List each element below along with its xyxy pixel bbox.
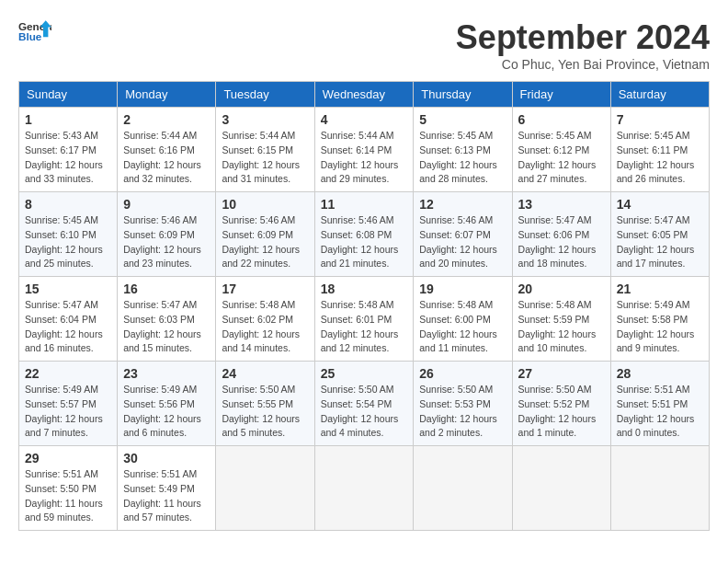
day-number: 23 <box>123 366 210 381</box>
calendar-cell: 13Sunrise: 5:47 AMSunset: 6:06 PMDayligh… <box>512 192 610 277</box>
weekday-header-row: SundayMondayTuesdayWednesdayThursdayFrid… <box>19 82 710 108</box>
calendar-cell <box>610 446 709 531</box>
page-header: General Blue September 2024 Co Phuc, Yen… <box>18 18 710 72</box>
day-number: 21 <box>617 282 703 296</box>
day-number: 6 <box>518 112 605 127</box>
calendar-cell: 8Sunrise: 5:45 AMSunset: 6:10 PMDaylight… <box>19 192 118 277</box>
calendar-cell: 27Sunrise: 5:50 AMSunset: 5:52 PMDayligh… <box>512 362 610 446</box>
day-number: 17 <box>222 282 308 296</box>
calendar-cell: 5Sunrise: 5:45 AMSunset: 6:13 PMDaylight… <box>414 108 512 192</box>
day-info: Sunrise: 5:46 AMSunset: 6:07 PMDaylight:… <box>419 213 506 271</box>
day-number: 5 <box>419 112 506 127</box>
day-info: Sunrise: 5:45 AMSunset: 6:13 PMDaylight:… <box>419 129 506 187</box>
calendar-cell: 1Sunrise: 5:43 AMSunset: 6:17 PMDaylight… <box>19 108 118 192</box>
calendar-cell: 16Sunrise: 5:47 AMSunset: 6:03 PMDayligh… <box>118 277 216 362</box>
weekday-header-wednesday: Wednesday <box>314 82 414 108</box>
calendar-cell: 26Sunrise: 5:50 AMSunset: 5:53 PMDayligh… <box>414 362 512 446</box>
day-info: Sunrise: 5:45 AMSunset: 6:12 PMDaylight:… <box>518 129 605 187</box>
calendar-cell: 20Sunrise: 5:48 AMSunset: 5:59 PMDayligh… <box>512 277 610 362</box>
day-number: 30 <box>123 451 210 465</box>
day-info: Sunrise: 5:50 AMSunset: 5:54 PMDaylight:… <box>321 383 408 441</box>
calendar-cell: 21Sunrise: 5:49 AMSunset: 5:58 PMDayligh… <box>610 277 709 362</box>
day-info: Sunrise: 5:51 AMSunset: 5:51 PMDaylight:… <box>617 383 703 441</box>
day-number: 26 <box>419 366 506 381</box>
day-info: Sunrise: 5:48 AMSunset: 6:01 PMDaylight:… <box>321 298 408 356</box>
day-number: 28 <box>617 366 703 381</box>
day-info: Sunrise: 5:45 AMSunset: 6:10 PMDaylight:… <box>25 213 111 271</box>
day-number: 15 <box>25 282 111 296</box>
weekday-header-thursday: Thursday <box>414 82 512 108</box>
day-info: Sunrise: 5:49 AMSunset: 5:57 PMDaylight:… <box>25 383 111 441</box>
day-number: 8 <box>25 197 111 212</box>
calendar-cell: 14Sunrise: 5:47 AMSunset: 6:05 PMDayligh… <box>610 192 709 277</box>
weekday-header-sunday: Sunday <box>19 82 118 108</box>
calendar-cell: 22Sunrise: 5:49 AMSunset: 5:57 PMDayligh… <box>19 362 118 446</box>
calendar-table: SundayMondayTuesdayWednesdayThursdayFrid… <box>18 81 710 531</box>
day-number: 1 <box>25 112 111 127</box>
day-info: Sunrise: 5:46 AMSunset: 6:08 PMDaylight:… <box>321 213 408 271</box>
calendar-cell: 15Sunrise: 5:47 AMSunset: 6:04 PMDayligh… <box>19 277 118 362</box>
day-info: Sunrise: 5:48 AMSunset: 6:00 PMDaylight:… <box>419 298 506 356</box>
svg-text:Blue: Blue <box>18 30 42 42</box>
calendar-cell: 30Sunrise: 5:51 AMSunset: 5:49 PMDayligh… <box>118 446 216 531</box>
day-info: Sunrise: 5:44 AMSunset: 6:16 PMDaylight:… <box>123 129 210 187</box>
day-number: 25 <box>321 366 408 381</box>
calendar-cell: 2Sunrise: 5:44 AMSunset: 6:16 PMDaylight… <box>118 108 216 192</box>
day-info: Sunrise: 5:47 AMSunset: 6:03 PMDaylight:… <box>123 298 210 356</box>
day-number: 9 <box>123 197 210 212</box>
day-number: 11 <box>321 197 408 212</box>
day-info: Sunrise: 5:46 AMSunset: 6:09 PMDaylight:… <box>222 213 308 271</box>
calendar-cell: 10Sunrise: 5:46 AMSunset: 6:09 PMDayligh… <box>216 192 314 277</box>
day-info: Sunrise: 5:51 AMSunset: 5:50 PMDaylight:… <box>25 467 111 525</box>
day-info: Sunrise: 5:48 AMSunset: 6:02 PMDaylight:… <box>222 298 308 356</box>
calendar-cell: 12Sunrise: 5:46 AMSunset: 6:07 PMDayligh… <box>414 192 512 277</box>
calendar-cell: 29Sunrise: 5:51 AMSunset: 5:50 PMDayligh… <box>19 446 118 531</box>
day-number: 22 <box>25 366 111 381</box>
day-info: Sunrise: 5:45 AMSunset: 6:11 PMDaylight:… <box>617 129 703 187</box>
day-number: 29 <box>25 451 111 465</box>
calendar-week-2: 8Sunrise: 5:45 AMSunset: 6:10 PMDaylight… <box>19 192 710 277</box>
calendar-cell: 28Sunrise: 5:51 AMSunset: 5:51 PMDayligh… <box>610 362 709 446</box>
calendar-week-1: 1Sunrise: 5:43 AMSunset: 6:17 PMDaylight… <box>19 108 710 192</box>
day-number: 19 <box>419 282 506 296</box>
calendar-cell: 4Sunrise: 5:44 AMSunset: 6:14 PMDaylight… <box>314 108 414 192</box>
calendar-cell: 23Sunrise: 5:49 AMSunset: 5:56 PMDayligh… <box>118 362 216 446</box>
weekday-header-saturday: Saturday <box>610 82 709 108</box>
day-number: 27 <box>518 366 605 381</box>
calendar-cell: 9Sunrise: 5:46 AMSunset: 6:09 PMDaylight… <box>118 192 216 277</box>
day-info: Sunrise: 5:51 AMSunset: 5:49 PMDaylight:… <box>123 467 210 525</box>
weekday-header-friday: Friday <box>512 82 610 108</box>
calendar-week-5: 29Sunrise: 5:51 AMSunset: 5:50 PMDayligh… <box>19 446 710 531</box>
calendar-week-4: 22Sunrise: 5:49 AMSunset: 5:57 PMDayligh… <box>19 362 710 446</box>
day-info: Sunrise: 5:48 AMSunset: 5:59 PMDaylight:… <box>518 298 605 356</box>
day-number: 20 <box>518 282 605 296</box>
calendar-cell: 11Sunrise: 5:46 AMSunset: 6:08 PMDayligh… <box>314 192 414 277</box>
day-info: Sunrise: 5:50 AMSunset: 5:55 PMDaylight:… <box>222 383 308 441</box>
day-number: 12 <box>419 197 506 212</box>
day-info: Sunrise: 5:46 AMSunset: 6:09 PMDaylight:… <box>123 213 210 271</box>
day-number: 3 <box>222 112 308 127</box>
calendar-cell <box>414 446 512 531</box>
day-info: Sunrise: 5:43 AMSunset: 6:17 PMDaylight:… <box>25 129 111 187</box>
day-info: Sunrise: 5:44 AMSunset: 6:15 PMDaylight:… <box>222 129 308 187</box>
calendar-week-3: 15Sunrise: 5:47 AMSunset: 6:04 PMDayligh… <box>19 277 710 362</box>
calendar-cell <box>314 446 414 531</box>
calendar-cell: 7Sunrise: 5:45 AMSunset: 6:11 PMDaylight… <box>610 108 709 192</box>
month-title: September 2024 <box>456 18 710 57</box>
calendar-cell: 3Sunrise: 5:44 AMSunset: 6:15 PMDaylight… <box>216 108 314 192</box>
calendar-cell: 18Sunrise: 5:48 AMSunset: 6:01 PMDayligh… <box>314 277 414 362</box>
calendar-cell <box>512 446 610 531</box>
weekday-header-monday: Monday <box>118 82 216 108</box>
title-block: September 2024 Co Phuc, Yen Bai Province… <box>456 18 710 72</box>
logo-icon: General Blue <box>18 18 51 44</box>
calendar-cell <box>216 446 314 531</box>
day-number: 14 <box>617 197 703 212</box>
day-info: Sunrise: 5:50 AMSunset: 5:52 PMDaylight:… <box>518 383 605 441</box>
calendar-cell: 25Sunrise: 5:50 AMSunset: 5:54 PMDayligh… <box>314 362 414 446</box>
calendar-cell: 24Sunrise: 5:50 AMSunset: 5:55 PMDayligh… <box>216 362 314 446</box>
day-number: 13 <box>518 197 605 212</box>
day-number: 2 <box>123 112 210 127</box>
day-info: Sunrise: 5:50 AMSunset: 5:53 PMDaylight:… <box>419 383 506 441</box>
day-number: 10 <box>222 197 308 212</box>
weekday-header-tuesday: Tuesday <box>216 82 314 108</box>
